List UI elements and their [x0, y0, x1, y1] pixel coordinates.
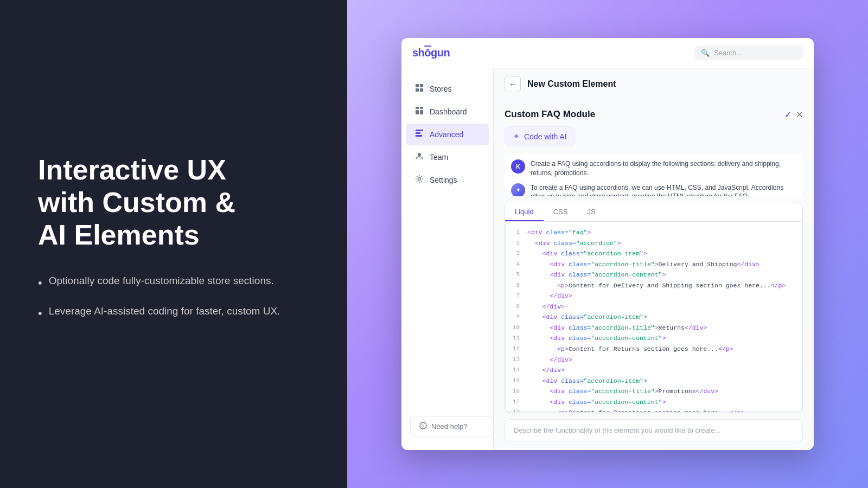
sidebar-item-team[interactable]: Team	[406, 146, 489, 168]
advanced-icon	[414, 129, 424, 140]
app-window: shōgun 🔍 Search... Stores	[401, 38, 814, 450]
sidebar: Stores Dashboard Advanced	[401, 68, 494, 450]
element-actions: ✓ ✕	[784, 110, 803, 120]
code-line: 9 <div class="accordion-item">	[506, 312, 802, 323]
chat-message-ai: ✦ To create a FAQ using accordions, we c…	[511, 183, 796, 196]
svg-point-11	[418, 153, 421, 156]
svg-rect-8	[416, 130, 423, 131]
list-item: Optionally code fully-customizable store…	[38, 273, 280, 292]
code-line: 7 </div>	[506, 291, 802, 301]
sidebar-item-advanced[interactable]: Advanced	[406, 124, 489, 145]
code-line: 8 </div>	[506, 301, 802, 312]
app-logo: shōgun	[412, 47, 450, 59]
advanced-label: Advanced	[430, 130, 463, 139]
page-title: New Custom Element	[527, 79, 616, 89]
search-bar[interactable]: 🔍 Search...	[694, 46, 803, 60]
app-body: Stores Dashboard Advanced	[401, 68, 814, 450]
svg-rect-1	[420, 84, 423, 87]
settings-label: Settings	[430, 176, 457, 184]
code-tabs: Liquid CSS JS	[505, 203, 802, 222]
ai-star-icon: ✦	[513, 131, 520, 142]
editor-area: Custom FAQ Module ✓ ✕ ✦ Code with AI	[494, 100, 814, 450]
code-line: 14 </div>	[506, 365, 802, 376]
top-bar: ← New Custom Element	[494, 68, 814, 100]
tab-js[interactable]: JS	[577, 203, 605, 221]
code-line: 10 <div class="accordion-title">Returns<…	[506, 323, 802, 333]
code-line: 17 <div class="accordion-content">	[506, 397, 802, 408]
user-avatar: K	[511, 159, 525, 174]
sidebar-item-settings[interactable]: Settings	[406, 169, 489, 191]
svg-rect-5	[420, 107, 423, 109]
ai-button-label: Code with AI	[524, 132, 567, 141]
code-line: 3 <div class="accordion-item">	[506, 248, 802, 259]
chat-area: K Create a FAQ using accordions to displ…	[505, 153, 803, 196]
element-name: Custom FAQ Module	[505, 109, 595, 120]
code-line: 11 <div class="accordion-content">	[506, 333, 802, 344]
svg-rect-4	[416, 107, 419, 109]
element-name-row: Custom FAQ Module ✓ ✕	[505, 109, 803, 120]
code-line: 6 <p>Content for Delivery and Shipping s…	[506, 280, 802, 291]
ai-avatar: ✦	[511, 183, 525, 196]
code-lines: 1<div class="faq"> 2 <div class="accordi…	[506, 222, 802, 412]
back-button[interactable]: ←	[505, 76, 521, 92]
code-line: 2 <div class="accordion">	[506, 238, 802, 249]
svg-rect-0	[416, 84, 419, 87]
sidebar-item-dashboard[interactable]: Dashboard	[406, 101, 489, 123]
svg-rect-9	[416, 132, 420, 134]
code-line: 1<div class="faq">	[506, 227, 802, 238]
code-line: 13 </div>	[506, 355, 802, 365]
sidebar-item-stores[interactable]: Stores	[406, 78, 489, 100]
stores-icon	[414, 84, 424, 94]
hero-title: Interactive UXwith Custom &AI Elements	[38, 154, 280, 251]
code-line: 5 <div class="accordion-content">	[506, 269, 802, 280]
left-content: Interactive UXwith Custom &AI Elements O…	[38, 154, 280, 333]
code-line: 4 <div class="accordion-title">Delivery …	[506, 259, 802, 270]
team-label: Team	[430, 153, 448, 162]
svg-rect-10	[416, 135, 422, 137]
search-placeholder-text: Search...	[714, 49, 742, 57]
settings-icon	[414, 175, 424, 185]
svg-point-12	[418, 178, 421, 181]
bullet-text-2: Leverage AI-assisted coding for faster, …	[49, 304, 280, 319]
code-line: 15 <div class="accordion-item">	[506, 376, 802, 387]
svg-text:?: ?	[422, 423, 424, 429]
dashboard-icon	[414, 106, 424, 117]
need-help-label: Need help?	[431, 422, 468, 431]
search-icon: 🔍	[701, 49, 710, 57]
svg-rect-6	[416, 110, 419, 114]
describe-input[interactable]: Describe the functionality of the elemen…	[505, 419, 803, 441]
bullet-text-1: Optionally code fully-customizable store…	[49, 273, 274, 289]
feature-list: Optionally code fully-customizable store…	[38, 273, 280, 322]
chat-message-user: K Create a FAQ using accordions to displ…	[511, 159, 796, 178]
app-header: shōgun 🔍 Search...	[401, 38, 814, 68]
stores-label: Stores	[430, 85, 451, 93]
list-item: Leverage AI-assisted coding for faster, …	[38, 304, 280, 322]
right-panel: shōgun 🔍 Search... Stores	[347, 0, 868, 488]
ai-message-text: To create a FAQ using accordions, we can…	[531, 183, 796, 196]
code-line: 16 <div class="accordion-title">Promotio…	[506, 386, 802, 397]
main-content: ← New Custom Element Custom FAQ Module ✓…	[494, 68, 814, 450]
code-line: 12 <p>Content for Returns section goes h…	[506, 344, 802, 355]
user-message-text: Create a FAQ using accordions to display…	[531, 159, 796, 178]
dashboard-label: Dashboard	[430, 107, 467, 116]
need-help-button[interactable]: ? Need help?	[410, 416, 494, 437]
tab-css[interactable]: CSS	[544, 203, 578, 221]
check-icon[interactable]: ✓	[784, 110, 792, 120]
close-icon[interactable]: ✕	[796, 110, 803, 120]
help-icon: ?	[419, 422, 427, 431]
code-wrapper: Liquid CSS JS 1<div class="faq"> 2 <div …	[505, 203, 803, 413]
left-panel: Interactive UXwith Custom &AI Elements O…	[0, 0, 347, 488]
ai-code-button[interactable]: ✦ Code with AI	[505, 126, 575, 146]
svg-rect-7	[420, 110, 423, 114]
svg-rect-2	[416, 88, 419, 92]
code-editor: 1<div class="faq"> 2 <div class="accordi…	[505, 222, 802, 412]
tab-liquid[interactable]: Liquid	[505, 203, 544, 221]
svg-rect-3	[420, 88, 423, 92]
team-icon	[414, 152, 424, 163]
code-line: 18 <p>Content for Promotions section goe…	[506, 407, 802, 412]
